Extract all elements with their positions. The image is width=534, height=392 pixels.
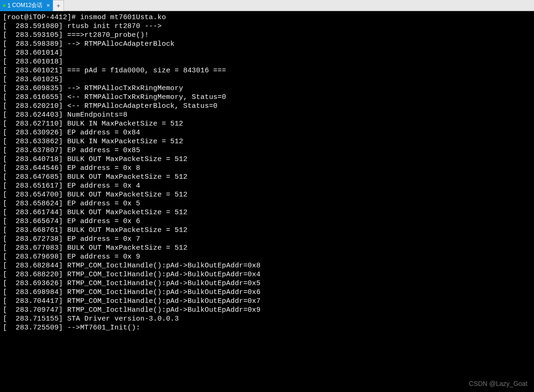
tab-index: 1: [7, 2, 11, 9]
close-icon[interactable]: ×: [46, 2, 50, 9]
command: insmod mt7601Usta.ko: [80, 14, 166, 21]
plus-icon: +: [56, 2, 60, 9]
status-dot-icon: [3, 4, 6, 7]
prompt: [root@iTOP-4412]#: [3, 14, 80, 21]
tab-bar: 1 COM12会话 × +: [0, 0, 534, 11]
tab-label: COM12会话: [12, 1, 42, 9]
watermark: CSDN @Lazy_Goat: [469, 380, 527, 387]
add-tab-button[interactable]: +: [53, 0, 64, 11]
terminal-output: [ 283.591080] rtusb init rt2870 ---> [ 2…: [3, 22, 531, 332]
terminal[interactable]: [root@iTOP-4412]# insmod mt7601Usta.ko […: [0, 11, 534, 392]
tab-active[interactable]: 1 COM12会话 ×: [0, 0, 53, 11]
